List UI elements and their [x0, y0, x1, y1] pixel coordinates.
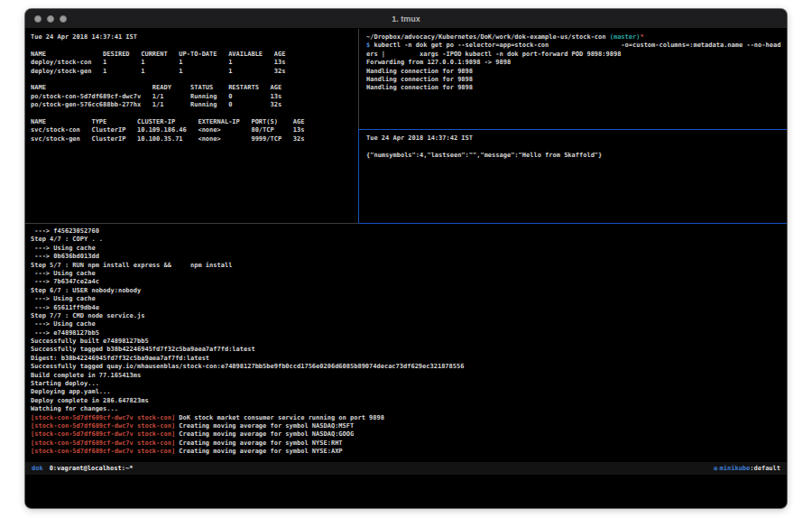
- terminal-line: [stock-con-5d7df689cf-dwc7v stock-con] C…: [31, 430, 787, 439]
- terminal-line: deploy/stock-con 1 1 1 1 13s: [31, 59, 358, 67]
- session-name[interactable]: dok: [32, 465, 43, 472]
- terminal-text-segment: Creating moving average for symbol NYSE:…: [175, 448, 342, 455]
- kubernetes-icon: ☸: [714, 465, 718, 473]
- pane-skaffold-build-log[interactable]: ---> f45623052760Step 4/7 : COPY . . ---…: [25, 224, 787, 461]
- tmux-top-row: Tue 24 Apr 2018 14:37:41 IST NAME DESIRE…: [25, 29, 787, 223]
- pane-divider-active-right: [359, 223, 787, 224]
- terminal-text-segment: (master): [610, 33, 641, 41]
- pane-port-forward[interactable]: ~/Dropbox/advocacy/Kubernetes/DoK/work/d…: [359, 29, 787, 129]
- terminal-line: [31, 76, 358, 84]
- terminal-line: Step 5/7 : RUN npm install express && np…: [31, 262, 787, 270]
- window-controls: [25, 15, 67, 23]
- terminal-window: 1. tmux Tue 24 Apr 2018 14:37:41 IST NAM…: [25, 9, 787, 508]
- terminal-line: ---> 65611ff9db4e: [31, 304, 787, 312]
- terminal-text-segment: ~/Dropbox/advocacy/Kubernetes/DoK/work/d…: [366, 33, 610, 41]
- terminal-text-segment: *: [640, 33, 643, 41]
- terminal-line: Digest: b38b42246945fd7f32c5ba9aea7af7fd…: [31, 355, 787, 363]
- terminal-line: Step 6/7 : USER nobody:nobody: [31, 287, 787, 295]
- minimize-window-button[interactable]: [47, 15, 54, 23]
- tmux-status-bar: dok 0:vagrant@localhost:~* ☸ minikube :d…: [25, 462, 787, 475]
- terminal-text-segment: Creating moving average for symbol NASDA…: [175, 430, 354, 438]
- terminal-line: ers | xargs -IPOD kubectl -n dok port-fo…: [366, 51, 787, 59]
- terminal-line: ---> Using cache: [31, 245, 787, 253]
- close-window-button[interactable]: [34, 15, 42, 23]
- terminal-text-segment: [stock-con-5d7df689cf-dwc7v stock-con]: [31, 439, 175, 447]
- k8s-context: minikube: [720, 465, 751, 472]
- terminal-line: [stock-con-5d7df689cf-dwc7v stock-con] C…: [31, 439, 787, 448]
- terminal-line: ---> Using cache: [31, 270, 787, 278]
- pane-curl-output-active[interactable]: Tue 24 Apr 2018 14:37:42 IST {"numsymbol…: [359, 130, 787, 223]
- active-window-label[interactable]: 0:vagrant@localhost:~*: [50, 465, 134, 472]
- terminal-line: svc/stock-gen ClusterIP 10.100.35.71 <no…: [31, 135, 358, 143]
- terminal-text-segment: Creating moving average for symbol NASDA…: [175, 422, 354, 430]
- terminal-line: ---> 7b6347ce2a4c: [31, 278, 787, 286]
- terminal-line: [31, 110, 358, 118]
- terminal-line: Successfully built e74898127bb5: [31, 338, 787, 346]
- terminal-line: Handling connection for 9898: [366, 84, 787, 92]
- terminal-line: Handling connection for 9898: [366, 76, 787, 84]
- terminal-line: po/stock-con-5d7df689cf-dwc7v 1/1 Runnin…: [31, 93, 358, 101]
- k8s-namespace: :default: [750, 465, 780, 472]
- terminal-line: Starting deploy...: [31, 380, 787, 388]
- zoom-window-button[interactable]: [60, 15, 67, 23]
- terminal-text-segment: [stock-con-5d7df689cf-dwc7v stock-con]: [31, 414, 175, 421]
- terminal-line: NAME READY STATUS RESTARTS AGE: [31, 84, 358, 92]
- terminal-line: Tue 24 Apr 2018 14:37:42 IST: [366, 134, 787, 143]
- pane-divider-horizontal[interactable]: [25, 223, 787, 224]
- terminal-line: Successfully tagged b38b42246945fd7f32c5…: [31, 346, 787, 354]
- terminal-line: ---> Using cache: [31, 295, 787, 303]
- terminal-text-segment: [stock-con-5d7df689cf-dwc7v stock-con]: [31, 430, 175, 438]
- terminal-text-segment: [stock-con-5d7df689cf-dwc7v stock-con]: [31, 448, 175, 455]
- window-titlebar: 1. tmux: [25, 9, 787, 29]
- terminal-line: {"numsymbols":4,"lastseen":"","message":…: [366, 152, 787, 160]
- terminal-line: [stock-con-5d7df689cf-dwc7v stock-con] D…: [31, 414, 787, 422]
- terminal-text-segment: Creating moving average for symbol NYSE:…: [175, 439, 342, 447]
- tmux-terminal: Tue 24 Apr 2018 14:37:41 IST NAME DESIRE…: [25, 29, 787, 507]
- terminal-line: Step 7/7 : CMD node service.js: [31, 312, 787, 320]
- terminal-line: Deploying app.yaml...: [31, 388, 787, 396]
- terminal-text-segment: DoK stock market consumer service runnin…: [175, 414, 384, 421]
- terminal-line: Watching for changes...: [31, 405, 787, 413]
- terminal-line: NAME TYPE CLUSTER-IP EXTERNAL-IP PORT(S)…: [31, 118, 358, 126]
- terminal-line: ---> Using cache: [31, 320, 787, 328]
- terminal-line: Handling connection for 9898: [366, 68, 787, 76]
- terminal-line: Build complete in 77.165413ms: [31, 372, 787, 380]
- terminal-line: po/stock-gen-576cc688bb-277hx 1/1 Runnin…: [31, 101, 358, 109]
- terminal-line: [366, 143, 787, 151]
- terminal-line: ~/Dropbox/advocacy/Kubernetes/DoK/work/d…: [366, 33, 787, 42]
- terminal-line: [stock-con-5d7df689cf-dwc7v stock-con] C…: [31, 422, 787, 430]
- terminal-text-segment: kubectl -n dok get po --selector=app=sto…: [370, 42, 780, 49]
- terminal-line: [stock-con-5d7df689cf-dwc7v stock-con] C…: [31, 448, 787, 456]
- terminal-line: Tue 24 Apr 2018 14:37:41 IST: [31, 33, 358, 42]
- terminal-line: Deploy complete in 286.647823ms: [31, 397, 787, 405]
- terminal-line: deploy/stock-gen 1 1 1 1 32s: [31, 68, 358, 76]
- terminal-line: [31, 42, 358, 50]
- terminal-line: Forwarding from 127.0.0.1:9898 -> 9898: [366, 59, 787, 67]
- terminal-line: Successfully tagged quay.io/mhausenblas/…: [31, 363, 787, 371]
- terminal-line: Step 4/7 : COPY . .: [31, 236, 787, 244]
- pane-divider-inactive-left: [25, 223, 359, 224]
- terminal-line: svc/stock-con ClusterIP 10.109.186.46 <n…: [31, 126, 358, 134]
- terminal-line: ---> 0b636bd013dd: [31, 253, 787, 261]
- pane-kubectl-watch[interactable]: Tue 24 Apr 2018 14:37:41 IST NAME DESIRE…: [25, 29, 358, 223]
- tmux-right-column: ~/Dropbox/advocacy/Kubernetes/DoK/work/d…: [359, 29, 787, 223]
- window-title: 1. tmux: [25, 14, 787, 23]
- terminal-line: NAME DESIRED CURRENT UP-TO-DATE AVAILABL…: [31, 51, 358, 59]
- terminal-line: $ kubectl -n dok get po --selector=app=s…: [366, 42, 787, 50]
- terminal-line: ---> f45623052760: [31, 227, 787, 236]
- terminal-line: ---> e74898127bb5: [31, 329, 787, 338]
- terminal-text-segment: [stock-con-5d7df689cf-dwc7v stock-con]: [31, 422, 175, 430]
